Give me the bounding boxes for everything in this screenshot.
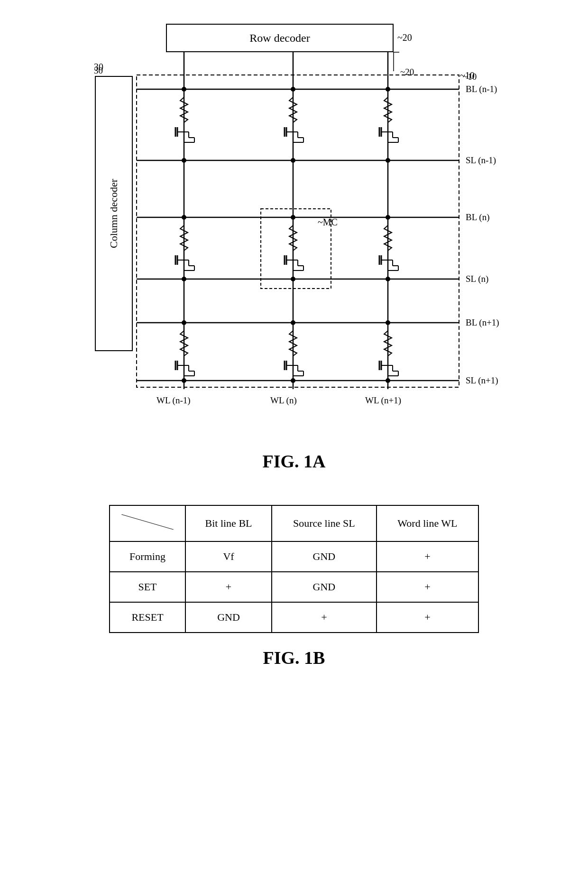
operation-table: Bit line BL Source line SL Word line WL … xyxy=(109,505,479,633)
svg-text:~MC: ~MC xyxy=(318,217,338,227)
svg-text:SL (n+1): SL (n+1) xyxy=(466,375,498,386)
table-header-row: Bit line BL Source line SL Word line WL xyxy=(110,505,478,541)
col-header-wl: Word line WL xyxy=(377,505,478,541)
corner-cell xyxy=(110,505,185,541)
svg-text:BL (n+1): BL (n+1) xyxy=(466,317,499,328)
svg-line-146 xyxy=(121,514,174,530)
svg-text:BL (n): BL (n) xyxy=(466,212,489,223)
svg-point-118 xyxy=(291,378,295,383)
page: Row decoder ~20 30 ~10 Column decoder xyxy=(0,0,588,885)
sl-set: GND xyxy=(272,572,377,602)
svg-point-91 xyxy=(386,215,390,220)
fig1a-label: FIG. 1A xyxy=(263,451,326,472)
svg-point-117 xyxy=(291,320,295,325)
svg-text:SL (n): SL (n) xyxy=(466,274,488,284)
svg-text:~10: ~10 xyxy=(463,72,477,82)
bl-reset: GND xyxy=(185,602,272,633)
svg-text:WL (n): WL (n) xyxy=(270,395,297,406)
wl-forming: + xyxy=(377,541,478,572)
op-forming: Forming xyxy=(110,541,185,572)
svg-point-131 xyxy=(386,378,390,383)
svg-text:30: 30 xyxy=(94,65,103,75)
svg-point-77 xyxy=(291,215,295,220)
fig1a-section: Row decoder ~20 30 ~10 Column decoder xyxy=(28,19,560,486)
svg-text:WL (n-1): WL (n-1) xyxy=(156,395,191,406)
svg-point-64 xyxy=(182,277,186,281)
svg-point-92 xyxy=(386,277,390,281)
op-set: SET xyxy=(110,572,185,602)
sl-reset: + xyxy=(272,602,377,633)
table-row-reset: RESET GND + + xyxy=(110,602,478,633)
svg-point-37 xyxy=(291,87,295,92)
fig1b-label: FIG. 1B xyxy=(263,647,325,668)
svg-point-38 xyxy=(291,158,295,163)
svg-text:~20: ~20 xyxy=(400,67,414,77)
circuit-svg: ~MC xyxy=(81,19,507,446)
fig1b-section: Bit line BL Source line SL Word line WL … xyxy=(28,505,560,682)
svg-point-104 xyxy=(182,320,186,325)
sl-forming: GND xyxy=(272,541,377,572)
svg-point-25 xyxy=(182,158,186,163)
svg-point-105 xyxy=(182,378,186,383)
bl-set: + xyxy=(185,572,272,602)
wl-reset: + xyxy=(377,602,478,633)
svg-point-50 xyxy=(386,87,390,92)
col-header-sl: Source line SL xyxy=(272,505,377,541)
op-reset: RESET xyxy=(110,602,185,633)
col-header-bl: Bit line BL xyxy=(185,505,272,541)
bl-forming: Vf xyxy=(185,541,272,572)
table-row-set: SET + GND + xyxy=(110,572,478,602)
svg-text:BL (n-1): BL (n-1) xyxy=(466,84,497,94)
wl-set: + xyxy=(377,572,478,602)
circuit-diagram: Row decoder ~20 30 ~10 Column decoder xyxy=(81,19,507,446)
svg-point-51 xyxy=(386,158,390,163)
svg-text:WL (n+1): WL (n+1) xyxy=(365,395,401,406)
table-row-forming: Forming Vf GND + xyxy=(110,541,478,572)
svg-text:SL (n-1): SL (n-1) xyxy=(466,155,496,166)
svg-point-63 xyxy=(182,215,186,220)
svg-point-130 xyxy=(386,320,390,325)
svg-point-78 xyxy=(291,277,295,281)
svg-point-24 xyxy=(182,87,186,92)
